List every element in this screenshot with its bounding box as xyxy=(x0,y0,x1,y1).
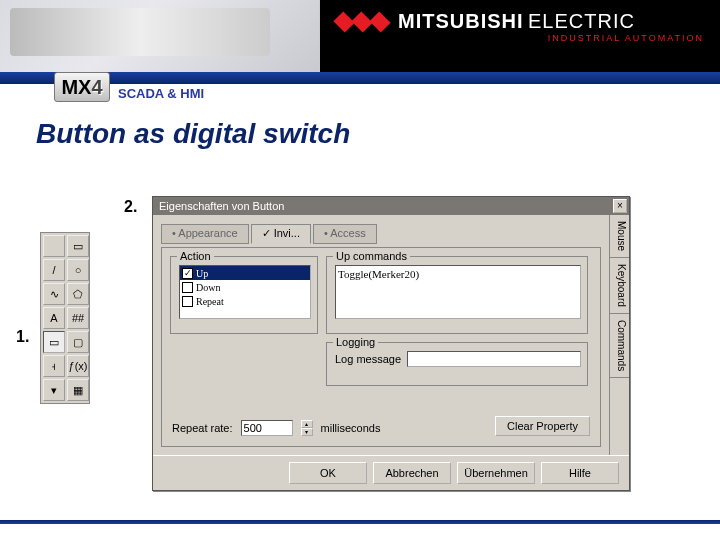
dialog-title: Eigenschaften von Button xyxy=(159,200,613,212)
up-commands-group: Up commands xyxy=(326,256,588,334)
text-icon[interactable]: A xyxy=(43,307,65,329)
log-message-label: Log message xyxy=(335,353,401,365)
page-title: Button as digital switch xyxy=(36,118,720,150)
button-properties-dialog: Eigenschaften von Button × • Appearance✓… xyxy=(152,196,630,491)
logging-group: Logging Log message xyxy=(326,342,588,386)
tab-appearance[interactable]: • Appearance xyxy=(161,224,249,244)
curve-icon[interactable]: ∿ xyxy=(43,283,65,305)
action-group: Action ✓UpDownRepeat xyxy=(170,256,318,334)
select-icon[interactable]: ▭ xyxy=(67,235,89,257)
header-product-image xyxy=(0,0,320,72)
log-message-input[interactable] xyxy=(407,351,581,367)
close-icon[interactable]: × xyxy=(613,199,627,213)
brand-name-2: ELECTRIC xyxy=(528,10,635,32)
line-icon[interactable]: / xyxy=(43,259,65,281)
polygon-icon[interactable]: ⬠ xyxy=(67,283,89,305)
tool-palette: ▭/○∿⬠A##▭▢⫞ƒ(x)▾▦ xyxy=(40,232,90,404)
step-label-2: 2. xyxy=(124,198,137,216)
mitsubishi-logo-icon xyxy=(336,15,390,29)
product-badge: MX4 xyxy=(54,72,110,102)
sidebar-tab-keyboard[interactable]: Keyboard xyxy=(610,258,629,314)
fx-icon[interactable]: ƒ(x) xyxy=(67,355,89,377)
action-group-label: Action xyxy=(177,250,214,262)
up-commands-label: Up commands xyxy=(333,250,410,262)
dialog-tabs: • Appearance✓ Invi...• Access xyxy=(161,223,601,243)
hilfe-button[interactable]: Hilfe xyxy=(541,462,619,484)
bernehmen-button[interactable]: Übernehmen xyxy=(457,462,535,484)
action-item-repeat[interactable]: Repeat xyxy=(180,294,310,308)
button-icon[interactable]: ▭ xyxy=(43,331,65,353)
tab-invi[interactable]: ✓ Invi... xyxy=(251,224,311,244)
action-item-up[interactable]: ✓Up xyxy=(180,266,310,280)
pointer-icon[interactable] xyxy=(43,235,65,257)
brand-name-1: MITSUBISHI xyxy=(398,10,524,32)
repeat-rate-label: Repeat rate: xyxy=(172,422,233,434)
repeat-rate-stepper[interactable]: ▴▾ xyxy=(301,420,313,436)
brand-subline: INDUSTRIAL AUTOMATION xyxy=(336,33,704,43)
tab-access[interactable]: • Access xyxy=(313,224,377,244)
action-item-down[interactable]: Down xyxy=(180,280,310,294)
repeat-rate-input[interactable] xyxy=(241,420,293,436)
step-label-1: 1. xyxy=(16,328,29,346)
abbrechen-button[interactable]: Abbrechen xyxy=(373,462,451,484)
chart-icon[interactable]: ⫞ xyxy=(43,355,65,377)
ellipse-icon[interactable]: ○ xyxy=(67,259,89,281)
dialog-buttons: OKAbbrechenÜbernehmenHilfe xyxy=(153,455,629,490)
hash-icon[interactable]: ## xyxy=(67,307,89,329)
up-commands-textarea[interactable] xyxy=(335,265,581,319)
repeat-rate-unit: milliseconds xyxy=(321,422,381,434)
action-list[interactable]: ✓UpDownRepeat xyxy=(179,265,311,319)
down-icon[interactable]: ▾ xyxy=(43,379,65,401)
product-tagline: SCADA & HMI xyxy=(118,86,204,101)
display-icon[interactable]: ▢ xyxy=(67,331,89,353)
dialog-sidebar: MouseKeyboardCommands xyxy=(609,215,629,455)
logging-group-label: Logging xyxy=(333,336,378,348)
sidebar-tab-commands[interactable]: Commands xyxy=(610,314,629,378)
clear-property-button[interactable]: Clear Property xyxy=(495,416,590,436)
sidebar-tab-mouse[interactable]: Mouse xyxy=(610,215,629,258)
footer-stripe xyxy=(0,520,720,524)
brand-bar: MITSUBISHI ELECTRIC INDUSTRIAL AUTOMATIO… xyxy=(320,0,720,72)
ok-button[interactable]: OK xyxy=(289,462,367,484)
grid-icon[interactable]: ▦ xyxy=(67,379,89,401)
